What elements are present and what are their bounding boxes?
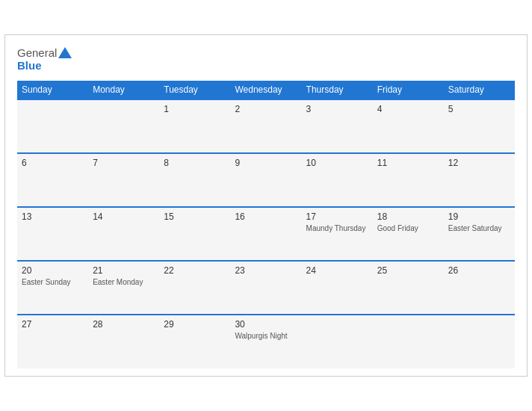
day-number: 7 [93,158,155,168]
calendar-cell: 21Easter Monday [88,261,159,315]
day-number: 10 [306,158,368,168]
calendar-cell: 9 [230,153,301,207]
calendar-week-row: 6789101112 [17,153,515,207]
day-number: 15 [164,211,226,222]
holiday-label: Easter Saturday [448,223,510,233]
calendar-wrapper: GeneralBlue SundayMondayTuesdayWednesday… [4,34,528,377]
day-number: 1 [164,104,226,114]
holiday-label: Good Friday [377,223,439,233]
day-number: 11 [377,158,439,168]
day-number: 5 [448,104,510,114]
calendar-header: GeneralBlue [17,47,515,72]
weekday-header-monday: Monday [88,81,159,99]
calendar-cell: 6 [17,153,88,207]
holiday-label: Walpurgis Night [235,331,297,341]
day-number: 14 [93,211,155,222]
day-number: 25 [377,265,439,276]
calendar-cell: 4 [373,99,444,153]
day-number: 13 [22,211,84,222]
calendar-cell: 2 [230,99,301,153]
calendar-cell: 19Easter Saturday [444,207,515,261]
weekday-header-tuesday: Tuesday [159,81,230,99]
calendar-cell [17,99,88,153]
calendar-week-row: 1314151617Maundy Thursday18Good Friday19… [17,207,515,261]
logo: GeneralBlue [17,47,72,72]
calendar-cell: 13 [17,207,88,261]
weekday-header-saturday: Saturday [444,81,515,99]
day-number: 2 [235,104,297,114]
day-number: 17 [306,211,368,222]
calendar-cell: 20Easter Sunday [17,261,88,315]
weekday-header-sunday: Sunday [17,81,88,99]
calendar-cell: 16 [230,207,301,261]
logo-general: General [17,47,57,60]
calendar-cell: 22 [159,261,230,315]
weekday-header-friday: Friday [373,81,444,99]
calendar-cell [88,99,159,153]
calendar-cell: 24 [302,261,373,315]
calendar-cell: 14 [88,207,159,261]
calendar-cell: 29 [159,315,230,368]
day-number: 26 [448,265,510,276]
day-number: 22 [164,265,226,276]
calendar-week-row: 27282930Walpurgis Night [17,315,515,368]
day-number: 12 [448,158,510,168]
calendar-cell: 26 [444,261,515,315]
calendar-cell: 18Good Friday [373,207,444,261]
calendar-cell [302,315,373,368]
day-number: 29 [164,319,226,330]
calendar-cell: 30Walpurgis Night [230,315,301,368]
day-number: 27 [22,319,84,330]
calendar-week-row: 20Easter Sunday21Easter Monday2223242526 [17,261,515,315]
day-number: 24 [306,265,368,276]
calendar-week-row: 12345 [17,99,515,153]
calendar-cell: 8 [159,153,230,207]
day-number: 3 [306,104,368,114]
calendar-table: SundayMondayTuesdayWednesdayThursdayFrid… [17,81,515,368]
holiday-label: Maundy Thursday [306,223,368,233]
day-number: 21 [93,265,155,276]
day-number: 18 [377,211,439,222]
calendar-cell: 23 [230,261,301,315]
calendar-cell: 28 [88,315,159,368]
day-number: 28 [93,319,155,330]
day-number: 8 [164,158,226,168]
holiday-label: Easter Sunday [22,277,84,287]
day-number: 6 [22,158,84,168]
calendar-cell: 17Maundy Thursday [302,207,373,261]
calendar-cell: 11 [373,153,444,207]
calendar-cell: 10 [302,153,373,207]
calendar-cell: 1 [159,99,230,153]
day-number: 4 [377,104,439,114]
calendar-cell: 7 [88,153,159,207]
weekday-header-wednesday: Wednesday [230,81,301,99]
calendar-cell: 15 [159,207,230,261]
calendar-cell: 3 [302,99,373,153]
calendar-cell: 5 [444,99,515,153]
calendar-cell: 25 [373,261,444,315]
holiday-label: Easter Monday [93,277,155,287]
weekday-header-thursday: Thursday [302,81,373,99]
calendar-cell [373,315,444,368]
weekday-header-row: SundayMondayTuesdayWednesdayThursdayFrid… [17,81,515,99]
day-number: 20 [22,265,84,276]
day-number: 23 [235,265,297,276]
calendar-cell: 27 [17,315,88,368]
calendar-cell [444,315,515,368]
day-number: 9 [235,158,297,168]
day-number: 30 [235,319,297,330]
logo-blue: Blue [17,60,72,72]
logo-triangle-icon [58,47,72,58]
day-number: 16 [235,211,297,222]
day-number: 19 [448,211,510,222]
calendar-cell: 12 [444,153,515,207]
